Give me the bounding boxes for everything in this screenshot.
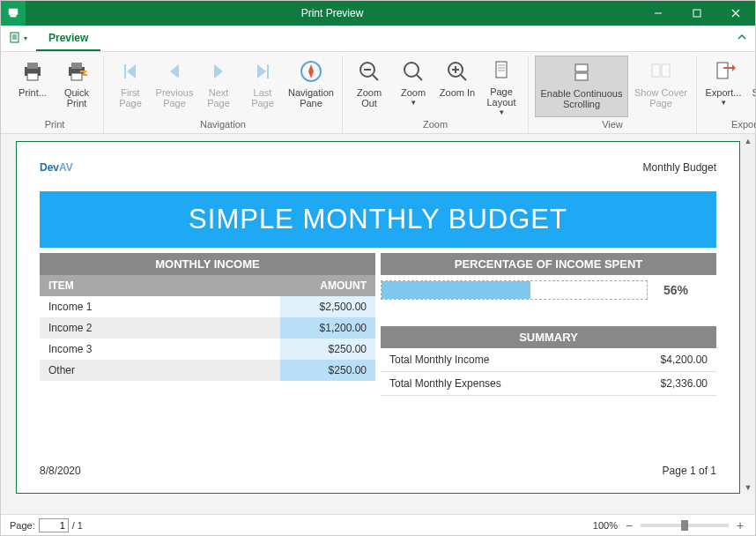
svg-marker-23	[308, 64, 314, 78]
minimize-button[interactable]	[639, 1, 678, 26]
svg-line-25	[373, 75, 378, 80]
header-right-label: Monthly Budget	[643, 161, 716, 174]
dropdown-icon: ▾	[411, 99, 416, 108]
maximize-button[interactable]	[678, 1, 716, 26]
export-icon	[709, 57, 737, 86]
preview-area[interactable]: DevAV Monthly Budget SIMPLE MONTHLY BUDG…	[1, 134, 755, 514]
ribbon: Print... Quick Print Print First Page Pr…	[1, 52, 755, 134]
svg-marker-18	[170, 64, 179, 78]
zoom-in-icon	[443, 57, 471, 86]
pct-row: 56%	[381, 275, 716, 305]
svg-rect-38	[575, 73, 588, 80]
pct-value: 56%	[663, 283, 716, 297]
zoom-icon	[399, 57, 427, 86]
scroll-down-icon[interactable]: ▼	[745, 480, 752, 495]
ribbon-group-navigation: First Page Previous Page Next Page Last …	[104, 56, 343, 133]
svg-marker-43	[732, 64, 736, 71]
tab-preview[interactable]: Preview	[36, 26, 100, 51]
zoom-plus-button[interactable]: +	[734, 519, 746, 532]
zoom-minus-button[interactable]: −	[623, 519, 635, 532]
footer-page: Page 1 of 1	[663, 465, 716, 477]
svg-rect-0	[9, 9, 19, 15]
previous-page-button[interactable]: Previous Page	[154, 56, 195, 117]
title-bar: Print Preview	[1, 1, 755, 26]
svg-marker-17	[127, 64, 136, 78]
app-icon	[1, 1, 26, 26]
collapse-ribbon-button[interactable]	[729, 25, 755, 51]
svg-marker-19	[214, 64, 223, 78]
table-row: Income 1 $2,500.00	[40, 296, 375, 317]
ribbon-group-zoom: Zoom Out Zoom ▾ Zoom In Page Layout ▾ Zo…	[343, 56, 529, 133]
table-row: Other $250.00	[40, 360, 375, 381]
svg-rect-11	[27, 63, 38, 69]
previous-page-icon	[160, 57, 189, 86]
svg-rect-40	[662, 64, 670, 77]
vertical-scrollbar[interactable]: ▲ ▼	[741, 134, 755, 495]
ribbon-group-export: Export... ▾ Send... ▾ Export	[697, 56, 756, 133]
dropdown-icon: ▾	[722, 99, 726, 108]
svg-rect-15	[71, 73, 82, 80]
tab-strip: ▾ Preview	[1, 26, 755, 52]
dropdown-icon: ▾	[500, 108, 504, 117]
page-number-input[interactable]	[39, 518, 69, 532]
summary-section-head: SUMMARY	[381, 326, 716, 348]
svg-rect-37	[575, 64, 588, 71]
svg-rect-41	[717, 63, 728, 78]
document-page: DevAV Monthly Budget SIMPLE MONTHLY BUDG…	[16, 141, 740, 494]
continuous-scrolling-icon	[567, 58, 596, 86]
summary-row: Total Monthly Expenses $2,336.00	[381, 372, 716, 396]
zoom-value: 100%	[593, 520, 618, 531]
zoom-out-icon	[355, 57, 383, 86]
file-menu-button[interactable]: ▾	[1, 25, 36, 51]
document-title: SIMPLE MONTHLY BUDGET	[40, 191, 716, 248]
next-page-icon	[204, 57, 233, 86]
close-button[interactable]	[716, 1, 755, 26]
svg-point-27	[404, 63, 419, 77]
compass-icon	[297, 57, 325, 86]
svg-line-28	[417, 75, 422, 80]
pct-bar-fill	[382, 281, 530, 299]
zoom-out-button[interactable]: Zoom Out	[349, 56, 389, 117]
window-title: Print Preview	[26, 7, 639, 19]
zoom-in-button[interactable]: Zoom In	[437, 56, 478, 117]
ribbon-group-view: Enable Continuous Scrolling Show Cover P…	[529, 56, 697, 133]
income-table-head: ITEM AMOUNT	[40, 275, 375, 296]
pct-section-head: PERCENTAGE OF INCOME SPENT	[381, 253, 716, 275]
footer-date: 8/8/2020	[40, 465, 81, 477]
zoom-button[interactable]: Zoom ▾	[393, 56, 434, 117]
printer-icon	[19, 57, 47, 86]
svg-rect-12	[27, 73, 38, 80]
export-button[interactable]: Export... ▾	[703, 56, 744, 117]
cover-page-icon	[647, 57, 675, 86]
svg-rect-39	[652, 64, 660, 77]
show-cover-page-button[interactable]: Show Cover Page	[632, 56, 690, 117]
zoom-slider[interactable]	[641, 524, 729, 527]
zoom-slider-thumb[interactable]	[681, 520, 688, 531]
income-section-head: MONTHLY INCOME	[40, 253, 375, 275]
svg-rect-14	[71, 63, 82, 69]
continuous-scrolling-button[interactable]: Enable Continuous Scrolling	[535, 56, 628, 117]
print-button[interactable]: Print...	[12, 56, 53, 117]
status-bar: Page: / 1 100% − +	[1, 514, 755, 535]
navigation-pane-button[interactable]: Navigation Pane	[286, 56, 336, 117]
svg-rect-33	[496, 62, 507, 78]
last-page-button[interactable]: Last Page	[242, 56, 283, 117]
send-button[interactable]: Send... ▾	[747, 56, 756, 117]
svg-marker-20	[257, 64, 266, 78]
table-row: Income 2 $1,200.00	[40, 317, 375, 339]
pct-bar	[381, 280, 648, 300]
svg-rect-1	[11, 15, 17, 18]
scroll-up-icon[interactable]: ▲	[745, 134, 752, 148]
brand-label: DevAV	[40, 161, 73, 174]
summary-row: Total Monthly Income $4,200.00	[381, 348, 716, 372]
svg-rect-3	[693, 10, 700, 17]
page-layout-button[interactable]: Page Layout ▾	[481, 56, 522, 117]
quick-print-icon	[63, 57, 91, 86]
table-row: Income 3 $250.00	[40, 339, 375, 360]
first-page-button[interactable]: First Page	[110, 56, 151, 117]
next-page-button[interactable]: Next Page	[198, 56, 239, 117]
ribbon-group-print: Print... Quick Print Print	[6, 56, 104, 133]
first-page-icon	[116, 57, 145, 86]
page-total-label: / 1	[72, 520, 83, 531]
quick-print-button[interactable]: Quick Print	[56, 56, 97, 117]
